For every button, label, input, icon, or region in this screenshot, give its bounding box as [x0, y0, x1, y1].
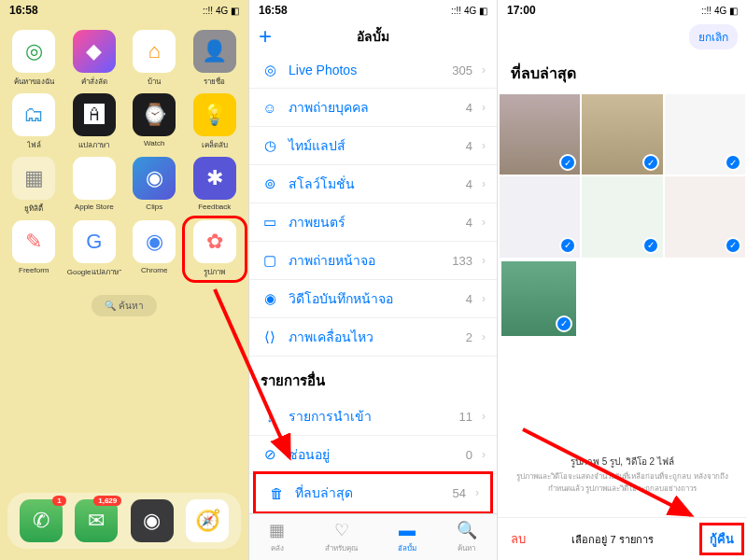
app-label: รายชื่อ — [204, 76, 225, 88]
info-title: รูปภาพ 5 รูป, วิดีโอ 2 ไฟล์ — [516, 455, 728, 469]
row-count: 4 — [466, 177, 472, 191]
album-row[interactable]: ◎Live Photos305› — [249, 52, 497, 89]
add-button[interactable]: + — [259, 23, 272, 49]
album-row[interactable]: 🗑ที่ลบล่าสุด54› — [253, 471, 493, 514]
albums-pane: 16:58 ::!! 4G ◧ + อัลบั้ม ◎Live Photos30… — [248, 0, 498, 560]
check-icon: ✓ — [556, 315, 572, 332]
app-Googleแปลภาษา[interactable]: GGoogleแปลภาษา — [66, 220, 123, 278]
album-row[interactable]: ⟨⟩ภาพเคลื่อนไหว2› — [249, 318, 497, 357]
app-label: รูปภาพ — [204, 266, 225, 278]
row-icon: ◉ — [261, 289, 279, 308]
app-บ้าน[interactable]: ⌂บ้าน — [126, 30, 183, 88]
app-Chrome[interactable]: ◉Chrome — [126, 220, 183, 278]
check-icon: ✓ — [559, 154, 576, 171]
cancel-button[interactable]: ยกเลิก — [689, 24, 738, 49]
media-types-list: ◎Live Photos305›☺ภาพถ่ายบุคคล4›◷ไทม์แลปส… — [249, 52, 497, 357]
app-ยูทิลิตี้[interactable]: ▦ยูทิลิตี้ — [6, 157, 63, 215]
app-icon: ▦ — [12, 157, 55, 200]
row-icon: ⟨⟩ — [261, 328, 279, 346]
app-label: Chrome — [141, 266, 167, 274]
app-รายชื่อ[interactable]: 👤รายชื่อ — [187, 30, 244, 88]
app-ค้นหาของฉัน[interactable]: ◎ค้นหาของฉัน — [6, 30, 63, 88]
app-icon: 🗂 — [12, 93, 55, 136]
app-Clips[interactable]: ◉Clips — [126, 157, 183, 215]
dock: ✆1✉1,629◉🧭 — [7, 493, 241, 549]
photo-thumb[interactable]: ✓ — [665, 94, 745, 175]
photo-thumb[interactable]: ✓ — [582, 94, 662, 175]
chevron-icon: › — [482, 410, 486, 423]
row-icon: ⊘ — [261, 445, 279, 464]
tab-สำหรับคุณ[interactable]: ♡สำหรับคุณ — [325, 520, 358, 554]
row-label: สโลว์โมชั่น — [289, 174, 457, 194]
app-ไฟล์[interactable]: 🗂ไฟล์ — [6, 93, 63, 151]
time: 16:58 — [259, 4, 288, 17]
app-label: แปลภาษา — [78, 139, 109, 151]
tab-อัลบั้ม[interactable]: ▬อัลบั้ม — [398, 521, 416, 554]
spotlight-search[interactable]: 🔍 ค้นหา — [92, 295, 157, 316]
app-label: Apple Store — [75, 203, 114, 211]
app-Apple Store[interactable]: Apple Store — [66, 157, 123, 215]
status-bar: 16:58 ::!! 4G ◧ — [249, 0, 497, 21]
app-เคล็ดลับ[interactable]: 💡เคล็ดลับ — [187, 93, 244, 151]
badge: 1 — [52, 496, 65, 506]
badge: 1,629 — [93, 496, 121, 506]
tab-ค้นหา[interactable]: 🔍ค้นหา — [457, 520, 477, 554]
app-icon: ✱ — [193, 157, 236, 200]
chevron-icon: › — [482, 101, 486, 114]
app-Feedback[interactable]: ✱Feedback — [187, 157, 244, 215]
chevron-icon: › — [482, 254, 486, 267]
tab-icon: ♡ — [334, 520, 349, 540]
check-icon: ✓ — [725, 237, 741, 254]
album-row[interactable]: ◉วิดีโอบันทึกหน้าจอ4› — [249, 280, 497, 318]
recover-button[interactable]: กู้คืน — [699, 523, 744, 555]
app-Freeform[interactable]: ✎Freeform — [6, 220, 63, 278]
app-label: บ้าน — [148, 76, 161, 88]
app-grid: ◎ค้นหาของฉัน◆คำสั่งลัด⌂บ้าน👤รายชื่อ🗂ไฟล์… — [0, 21, 248, 287]
chevron-icon: › — [482, 177, 486, 190]
album-row[interactable]: ⊘ซ่อนอยู่0› — [249, 436, 497, 474]
album-row[interactable]: ▢ภาพถ่ายหน้าจอ133› — [249, 242, 497, 280]
app-คำสั่งลัด[interactable]: ◆คำสั่งลัด — [66, 30, 123, 88]
chevron-icon: › — [482, 63, 486, 77]
signal: ::!! 4G ◧ — [203, 6, 239, 16]
page-title: ที่ลบล่าสุด — [498, 52, 747, 94]
chevron-icon: › — [482, 448, 486, 461]
album-row[interactable]: ▭ภาพยนตร์4› — [249, 203, 497, 242]
row-label: ภาพถ่ายหน้าจอ — [289, 250, 443, 271]
album-row[interactable]: ◷ไทม์แลปส์4› — [249, 127, 497, 165]
dock-app[interactable]: ✉1,629 — [75, 499, 118, 542]
row-count: 133 — [452, 254, 472, 268]
album-row[interactable]: ⊚สโลว์โมชั่น4› — [249, 165, 497, 203]
nav-bar: + อัลบั้ม — [249, 21, 497, 52]
photo-thumb[interactable]: ✓ — [500, 94, 580, 175]
dock-app[interactable]: 🧭 — [186, 499, 229, 542]
home-screen-pane: 16:58 ::!! 4G ◧ ◎ค้นหาของฉัน◆คำสั่งลัด⌂บ… — [0, 0, 248, 560]
app-icon: ◉ — [133, 220, 176, 263]
row-icon: ▭ — [261, 213, 279, 231]
dock-app[interactable]: ◉ — [131, 499, 174, 542]
photo-thumb[interactable]: ✓ — [582, 176, 662, 257]
app-Watch[interactable]: ⌚Watch — [126, 93, 183, 151]
app-แปลภาษา[interactable]: 🅰แปลภาษา — [66, 93, 123, 151]
row-count: 4 — [466, 216, 472, 230]
tab-คลัง[interactable]: ▦คลัง — [269, 520, 285, 554]
row-label: ภาพถ่ายบุคคล — [289, 97, 457, 118]
check-icon: ✓ — [559, 237, 576, 254]
check-icon: ✓ — [642, 237, 659, 254]
delete-button[interactable]: ลบ — [511, 529, 526, 549]
row-icon: ◎ — [261, 61, 279, 79]
app-icon: ⌚ — [133, 93, 176, 136]
app-label: Watch — [144, 139, 164, 147]
app-รูปภาพ[interactable]: ✿รูปภาพ — [182, 216, 248, 283]
chevron-icon: › — [475, 486, 479, 499]
app-icon: ◆ — [73, 30, 116, 73]
photo-thumb[interactable]: ✓ — [500, 176, 580, 257]
video-thumb[interactable]: ✓ — [501, 261, 576, 336]
album-row[interactable]: ☺ภาพถ่ายบุคคล4› — [249, 89, 497, 127]
app-icon — [73, 157, 116, 200]
album-row[interactable]: ↓รายการนำเข้า11› — [249, 398, 497, 436]
photo-thumb[interactable]: ✓ — [665, 176, 745, 257]
time: 16:58 — [9, 4, 38, 17]
dock-app[interactable]: ✆1 — [20, 499, 63, 542]
row-label: ไทม์แลปส์ — [289, 135, 457, 156]
